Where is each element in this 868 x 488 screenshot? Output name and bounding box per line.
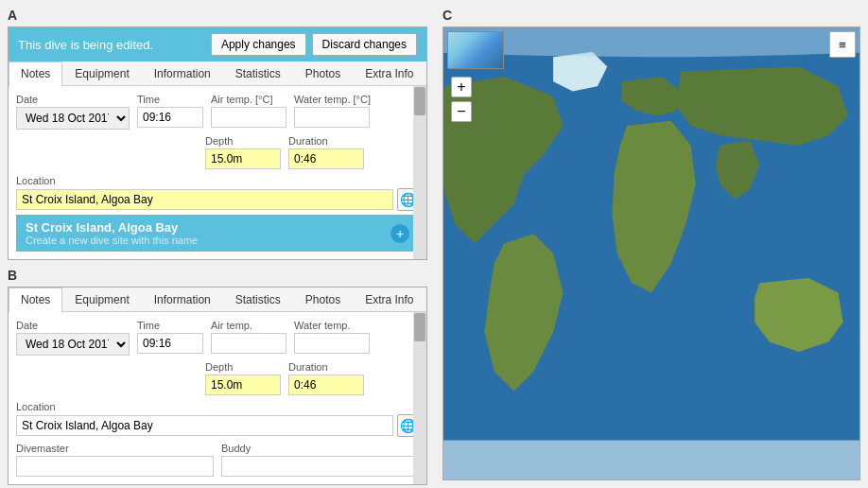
- autocomplete-plus-button[interactable]: +: [391, 224, 409, 243]
- time-group-b: Time: [137, 320, 203, 354]
- water-temp-input-b[interactable]: [294, 333, 370, 354]
- water-temp-label-b: Water temp.: [294, 320, 370, 331]
- divemaster-group: Divemaster: [16, 443, 214, 477]
- tabs-b: Notes Equipment Information Statistics P…: [9, 288, 426, 312]
- date-group-b: Date Wed 18 Oct 2017: [16, 320, 130, 356]
- water-temp-group-a: Water temp. [°C]: [294, 94, 371, 128]
- date-label-b: Date: [16, 320, 130, 331]
- scrollbar-b[interactable]: [413, 312, 426, 484]
- autocomplete-content: St Croix Island, Algoa Bay Create a new …: [26, 220, 198, 246]
- tabs-a: Notes Equipment Information Statistics P…: [9, 61, 426, 86]
- depth-input-b[interactable]: [205, 375, 281, 395]
- tab-b-photos[interactable]: Photos: [293, 288, 353, 311]
- world-map: [443, 27, 859, 479]
- air-temp-group-a: Air temp. [°C]: [211, 94, 286, 128]
- location-label-b: Location: [16, 401, 419, 412]
- tab-b-statistics[interactable]: Statistics: [223, 288, 293, 311]
- zoom-in-button[interactable]: +: [451, 77, 472, 97]
- right-panel: C: [435, 0, 868, 488]
- form-row-1: Date Wed 18 Oct 2017 Time Air temp. [°C]: [16, 94, 419, 130]
- divemaster-label: Divemaster: [16, 443, 214, 454]
- form-b-row-1: Date Wed 18 Oct 2017 Time Air temp.: [16, 320, 419, 356]
- time-group-a: Time: [137, 94, 203, 128]
- duration-group-a: Duration: [288, 135, 364, 169]
- tab-b-notes[interactable]: Notes: [9, 288, 62, 312]
- buddy-input[interactable]: [221, 456, 419, 477]
- water-temp-input-a[interactable]: [294, 107, 370, 128]
- time-label-b: Time: [137, 320, 203, 331]
- section-b-label: B: [8, 268, 427, 283]
- autocomplete-create-text[interactable]: Create a new dive site with this name: [26, 235, 198, 246]
- water-temp-label-a: Water temp. [°C]: [294, 94, 371, 105]
- air-temp-input-b[interactable]: [211, 333, 286, 354]
- location-input-b[interactable]: [16, 415, 393, 436]
- autocomplete-dropdown-a[interactable]: St Croix Island, Algoa Bay Create a new …: [16, 215, 419, 252]
- form-b: Date Wed 18 Oct 2017 Time Air temp.: [9, 312, 426, 484]
- scrollbar-thumb-b: [414, 313, 425, 341]
- form-row-2: Depth Duration: [205, 135, 419, 169]
- section-a-label: A: [8, 8, 427, 23]
- map-container[interactable]: + − ≡: [443, 26, 860, 480]
- location-row-a: Location 🌐: [16, 175, 419, 211]
- buddy-group: Buddy: [221, 443, 419, 477]
- duration-input-a[interactable]: [288, 148, 364, 169]
- edit-bar-buttons: Apply changes Discard changes: [211, 33, 417, 56]
- depth-label-a: Depth: [205, 135, 281, 147]
- map-thumbnail-inner: [448, 32, 503, 68]
- zoom-out-button[interactable]: −: [451, 101, 472, 122]
- tab-a-statistics[interactable]: Statistics: [223, 61, 293, 85]
- duration-input-b[interactable]: [288, 375, 364, 395]
- location-input-a[interactable]: [16, 189, 393, 210]
- edit-bar: This dive is being edited. Apply changes…: [9, 27, 426, 61]
- apply-changes-button[interactable]: Apply changes: [211, 33, 306, 56]
- depth-group-b: Depth: [205, 361, 281, 395]
- time-input-b[interactable]: [137, 333, 203, 354]
- discard-changes-button[interactable]: Discard changes: [312, 33, 417, 56]
- date-group-a: Date Wed 18 Oct 2017: [16, 94, 130, 130]
- time-input-a[interactable]: [137, 107, 203, 128]
- location-input-wrap-b: 🌐: [16, 414, 419, 437]
- divemaster-buddy-row: Divemaster Buddy: [16, 443, 419, 477]
- date-label-a: Date: [16, 94, 130, 105]
- date-select-a[interactable]: Wed 18 Oct 2017: [16, 107, 130, 130]
- depth-label-b: Depth: [205, 361, 281, 373]
- duration-label-b: Duration: [288, 361, 364, 373]
- tab-a-extrainfo[interactable]: Extra Info: [353, 61, 425, 85]
- tab-a-photos[interactable]: Photos: [293, 61, 353, 85]
- duration-group-b: Duration: [288, 361, 364, 395]
- divemaster-input[interactable]: [16, 456, 214, 477]
- edit-bar-message: This dive is being edited.: [18, 38, 211, 52]
- form-b-row-2: Depth Duration: [205, 361, 419, 395]
- depth-group-a: Depth: [205, 135, 281, 169]
- section-b-panel: Notes Equipment Information Statistics P…: [8, 287, 427, 485]
- section-c-label: C: [443, 8, 860, 23]
- air-temp-input-a[interactable]: [211, 107, 286, 128]
- buddy-label: Buddy: [221, 443, 419, 454]
- tab-b-extrainfo[interactable]: Extra Info: [353, 288, 425, 311]
- map-menu-button[interactable]: ≡: [829, 31, 856, 58]
- tab-a-information[interactable]: Information: [142, 61, 223, 85]
- form-a: Date Wed 18 Oct 2017 Time Air temp. [°C]: [9, 86, 426, 259]
- tab-a-notes[interactable]: Notes: [9, 61, 62, 86]
- air-temp-label-a: Air temp. [°C]: [211, 94, 286, 105]
- air-temp-label-b: Air temp.: [211, 320, 286, 331]
- location-input-wrap-a: 🌐: [16, 188, 419, 211]
- depth-input-a[interactable]: [205, 148, 281, 169]
- tab-a-equipment[interactable]: Equipment: [62, 61, 141, 85]
- water-temp-group-b: Water temp.: [294, 320, 370, 354]
- scrollbar-thumb-a: [414, 87, 425, 115]
- scrollbar-a[interactable]: [413, 86, 426, 259]
- air-temp-group-b: Air temp.: [211, 320, 286, 354]
- tab-b-information[interactable]: Information: [142, 288, 223, 311]
- date-select-b[interactable]: Wed 18 Oct 2017: [16, 333, 130, 356]
- location-label-a: Location: [16, 175, 419, 186]
- time-label-a: Time: [137, 94, 203, 105]
- map-thumbnail: [447, 31, 504, 69]
- duration-label-a: Duration: [288, 135, 364, 147]
- location-row-b: Location 🌐: [16, 401, 419, 437]
- section-a-panel: This dive is being edited. Apply changes…: [8, 26, 427, 260]
- tab-b-equipment[interactable]: Equipment: [62, 288, 141, 311]
- autocomplete-item-name: St Croix Island, Algoa Bay: [26, 220, 198, 235]
